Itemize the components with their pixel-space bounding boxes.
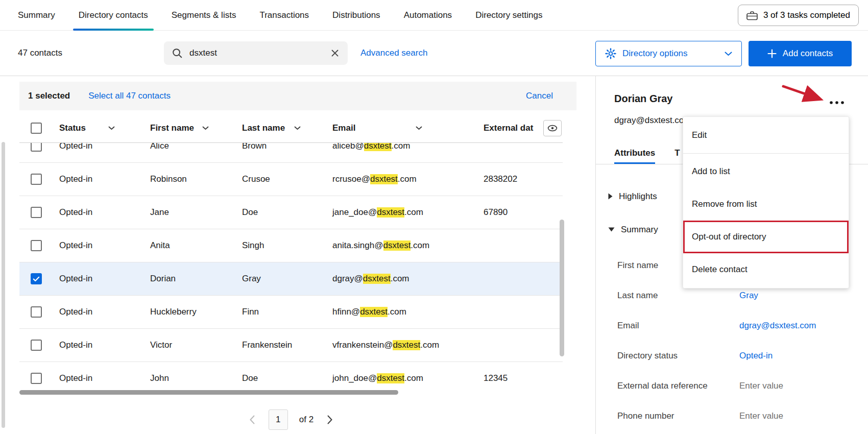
nav-tab[interactable]: Directory settings: [464, 0, 554, 31]
panel-field-value[interactable]: Gray: [739, 291, 857, 301]
sort-chevron-icon[interactable]: [202, 126, 209, 130]
nav-tab-label: Summary: [18, 10, 55, 20]
cell-last-name: Doe: [240, 373, 331, 383]
cell-first-name: Victor: [148, 340, 240, 350]
header-email[interactable]: Email: [331, 123, 480, 133]
search-highlight-term: dsxtest: [393, 340, 420, 350]
table-row[interactable]: Opted-in Jane Doe jane_doe@dsxtest.com 6…: [19, 196, 563, 229]
search-highlight-term: dsxtest: [377, 207, 404, 218]
search-input[interactable]: [189, 48, 323, 58]
cell-last-name: Finn: [240, 307, 331, 317]
header-last-name[interactable]: Last name: [240, 123, 331, 133]
clear-search-icon[interactable]: [330, 49, 340, 58]
nav-tab[interactable]: Automations: [392, 0, 464, 31]
cancel-selection-link[interactable]: Cancel: [526, 91, 553, 101]
horizontal-scrollbar[interactable]: [19, 390, 398, 395]
toolbar: 47 contacts Advanced search: [0, 31, 868, 76]
cell-last-name: Crusoe: [240, 174, 331, 184]
contact-name: Dorian Gray: [614, 93, 672, 105]
table-row[interactable]: Opted-in Alice Brown aliceb@dsxtest.com: [19, 143, 563, 163]
select-all-link[interactable]: Select all 47 contacts: [88, 91, 171, 101]
more-actions-icon[interactable]: [826, 95, 848, 110]
header-first-name[interactable]: First name: [148, 123, 240, 133]
table-row[interactable]: Opted-in Robinson Crusoe rcrusoe@dsxtest…: [19, 163, 563, 196]
nav-tab[interactable]: Distributions: [321, 0, 392, 31]
cell-email: hfinn@dsxtest.com: [331, 307, 480, 317]
nav-tab[interactable]: Summary: [6, 0, 67, 31]
page-scrollbar[interactable]: [2, 142, 5, 428]
panel-field-value[interactable]: Enter value: [739, 381, 857, 391]
row-checkbox-cell: [19, 240, 55, 251]
next-page-button[interactable]: [325, 413, 335, 426]
search-icon: [172, 48, 182, 58]
panel-field-value[interactable]: dgray@dsxtest.com: [739, 321, 857, 331]
panel-field-value[interactable]: Opted-in: [739, 351, 857, 361]
previous-page-button[interactable]: [247, 413, 257, 426]
row-checkbox[interactable]: [31, 373, 42, 384]
panel-section-toggle[interactable]: Summary: [608, 213, 658, 246]
table-header: Status First name Last name Email Extern…: [19, 113, 563, 143]
cell-last-name: Singh: [240, 240, 331, 251]
panel-field-label: Directory status: [617, 351, 739, 361]
header-status[interactable]: Status: [55, 123, 148, 133]
context-menu-item[interactable]: Remove from list: [683, 188, 849, 221]
add-contacts-button[interactable]: Add contacts: [749, 41, 852, 66]
row-checkbox[interactable]: [31, 174, 42, 185]
tasks-completed-button[interactable]: 3 of 3 tasks completed: [738, 5, 859, 26]
column-visibility-button[interactable]: [543, 120, 562, 136]
row-checkbox-cell: [19, 373, 55, 384]
row-checkbox[interactable]: [31, 306, 42, 318]
table-row[interactable]: Opted-in Huckleberry Finn hfinn@dsxtest.…: [19, 296, 563, 329]
cell-status: Opted-in: [55, 240, 148, 251]
panel-field-label: External data reference: [617, 381, 739, 391]
nav-tab[interactable]: Directory contacts: [67, 0, 160, 31]
table-row[interactable]: Opted-in Anita Singh anita.singh@dsxtest…: [19, 229, 563, 262]
nav-tab[interactable]: Transactions: [248, 0, 321, 31]
panel-section-label: Summary: [621, 225, 658, 235]
sort-chevron-icon[interactable]: [416, 126, 422, 130]
table-row[interactable]: Opted-in Dorian Gray dgray@dsxtest.com: [19, 262, 563, 296]
caret-down-icon: [608, 227, 615, 232]
panel-tab[interactable]: Attributes: [614, 145, 655, 164]
table-row[interactable]: Opted-in Victor Frankenstein vfrankenste…: [19, 329, 563, 362]
search-highlight-term: dsxtest: [360, 307, 388, 317]
nav-tab[interactable]: Segments & lists: [160, 0, 248, 31]
search-highlight-term: dsxtest: [377, 373, 404, 383]
cell-email: jane_doe@dsxtest.com: [331, 207, 480, 218]
search-box[interactable]: [164, 41, 348, 65]
row-checkbox-cell: [19, 273, 55, 284]
row-checkbox[interactable]: [31, 340, 42, 351]
panel-sections: Highlights Summary: [608, 180, 658, 246]
context-menu-item[interactable]: Delete contact: [683, 253, 849, 286]
vertical-scrollbar[interactable]: [560, 220, 564, 356]
advanced-search-link[interactable]: Advanced search: [360, 48, 427, 58]
cell-status: Opted-in: [55, 340, 148, 350]
directory-options-button[interactable]: Directory options: [595, 41, 742, 66]
panel-tab-label: T: [674, 148, 680, 158]
row-checkbox[interactable]: [31, 240, 42, 251]
table-row[interactable]: Opted-in John Doe john_doe@dsxtest.com 1…: [19, 362, 563, 387]
panel-section-toggle[interactable]: Highlights: [608, 180, 658, 213]
cell-first-name: John: [148, 373, 240, 383]
context-menu-item[interactable]: Opt-out of directory: [683, 221, 849, 253]
context-menu-item-label: Opt-out of directory: [692, 232, 766, 242]
row-checkbox[interactable]: [31, 273, 42, 284]
row-checkbox-cell: [19, 174, 55, 185]
current-page-box[interactable]: 1: [269, 409, 288, 430]
row-checkbox[interactable]: [31, 143, 42, 152]
select-all-checkbox[interactable]: [31, 123, 42, 134]
cell-status: Opted-in: [55, 207, 148, 218]
cell-status: Opted-in: [55, 373, 148, 383]
plus-icon: [767, 49, 777, 58]
context-menu-item[interactable]: Add to list: [683, 155, 849, 188]
header-external-data[interactable]: External dat: [480, 120, 563, 136]
row-checkbox-cell: [19, 207, 55, 218]
panel-field-value[interactable]: Enter value: [739, 411, 857, 421]
panel-tab[interactable]: T: [674, 145, 680, 164]
sort-chevron-icon[interactable]: [294, 126, 301, 130]
sort-chevron-icon[interactable]: [108, 126, 115, 130]
context-menu-item[interactable]: Edit: [683, 119, 849, 152]
row-checkbox-cell: [19, 143, 55, 152]
gear-icon: [605, 48, 616, 59]
row-checkbox[interactable]: [31, 207, 42, 218]
